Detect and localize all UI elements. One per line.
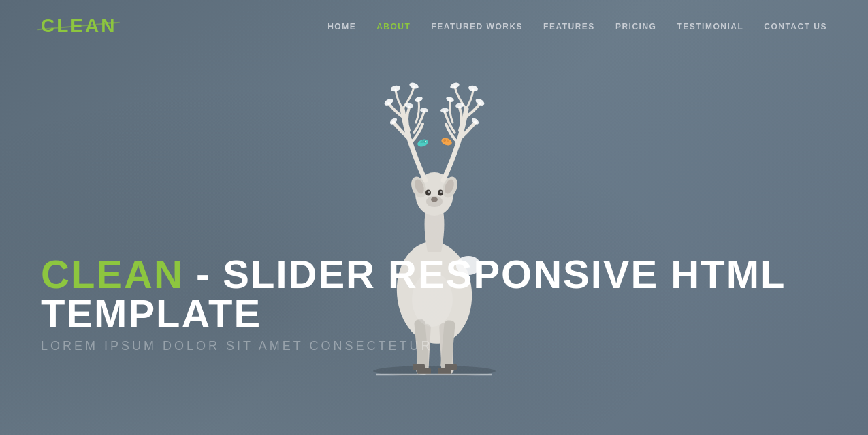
svg-point-44 xyxy=(443,140,445,141)
nav-link-testimonial[interactable]: TESTIMONIAL xyxy=(677,22,743,31)
nav-item-features[interactable]: FEATURES xyxy=(543,20,595,32)
nav-item-home[interactable]: HOME xyxy=(327,20,356,32)
brand-logo[interactable]: CLEAN xyxy=(41,15,116,37)
nav-links: HOME ABOUT FEATURED WORKS FEATURES PRICI… xyxy=(327,20,827,32)
hero-text-block: CLEAN - SLIDER RESPONSIVE HTML TEMPLATE … xyxy=(0,255,868,353)
nav-item-contact[interactable]: CONTACT US xyxy=(764,20,827,32)
hero-title: CLEAN - SLIDER RESPONSIVE HTML TEMPLATE xyxy=(41,255,827,334)
svg-rect-20 xyxy=(445,364,457,370)
nav-link-home[interactable]: HOME xyxy=(327,22,356,31)
svg-point-29 xyxy=(419,108,428,113)
nav-link-about[interactable]: ABOUT xyxy=(376,22,411,31)
nav-item-pricing[interactable]: PRICING xyxy=(615,20,657,32)
nav-link-features[interactable]: FEATURES xyxy=(543,22,595,31)
nav-item-featured[interactable]: FEATURED WORKS xyxy=(431,20,523,32)
nav-item-about[interactable]: ABOUT xyxy=(376,20,411,32)
svg-point-40 xyxy=(425,141,426,142)
hero-section: CLEAN HOME ABOUT FEATURED WORKS FEATURES… xyxy=(0,0,868,435)
svg-point-12 xyxy=(431,197,438,202)
svg-point-31 xyxy=(468,85,478,92)
hero-subtitle: LOREM IPSUM DOLOR SIT AMET CONSECTETUR xyxy=(41,339,827,353)
svg-rect-19 xyxy=(413,364,425,370)
hero-title-highlight: CLEAN xyxy=(41,252,184,296)
nav-item-testimonial[interactable]: TESTIMONIAL xyxy=(677,20,743,32)
svg-point-36 xyxy=(440,108,449,113)
nav-link-contact[interactable]: CONTACT US xyxy=(764,22,827,31)
nav-link-pricing[interactable]: PRICING xyxy=(615,22,657,31)
svg-point-9 xyxy=(428,191,430,193)
svg-point-10 xyxy=(440,191,442,193)
nav-link-featured[interactable]: FEATURED WORKS xyxy=(431,22,523,31)
svg-point-24 xyxy=(390,85,400,92)
navbar: CLEAN HOME ABOUT FEATURED WORKS FEATURES… xyxy=(0,0,868,51)
